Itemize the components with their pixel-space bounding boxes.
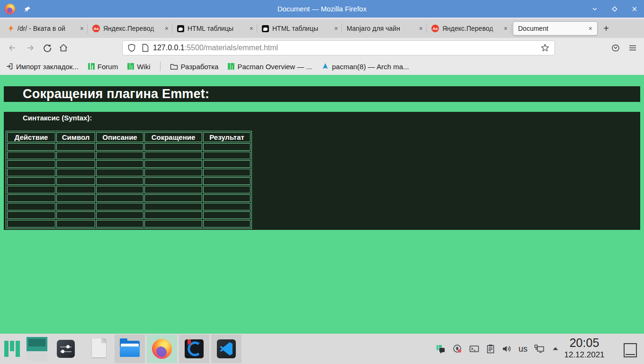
tab-close-icon[interactable]: × bbox=[417, 25, 423, 32]
bookmark-forum[interactable]: Forum bbox=[88, 63, 118, 71]
menu-hamburger-icon[interactable] bbox=[625, 40, 640, 55]
page-info-icon[interactable] bbox=[142, 44, 149, 52]
table-cell bbox=[7, 203, 55, 210]
tab-label: /dr/ - Вката в ой bbox=[18, 25, 78, 32]
table-cell bbox=[96, 203, 143, 210]
bookmark-folder-dev[interactable]: Разработка bbox=[170, 63, 219, 71]
forward-button[interactable] bbox=[23, 40, 38, 55]
tab-label: Document bbox=[518, 25, 587, 32]
tab-manjaro-guide[interactable]: Manjaro для чайн × bbox=[342, 19, 427, 38]
table-cell bbox=[56, 160, 95, 168]
arch-linux-icon bbox=[322, 63, 329, 70]
table-row bbox=[7, 160, 250, 168]
bookmark-label: Импорт закладок... bbox=[16, 63, 79, 71]
tab-close-icon[interactable]: × bbox=[78, 25, 84, 32]
digital-clock[interactable]: 20:05 12.12.2021 bbox=[560, 336, 608, 360]
web-page-content: Сокращения плагина Emmet: Синтаксис (Syn… bbox=[0, 75, 644, 334]
htmlbook-icon bbox=[262, 25, 269, 32]
table-cell bbox=[203, 186, 250, 193]
settings-launcher[interactable] bbox=[57, 340, 75, 358]
bookmark-label: Forum bbox=[98, 63, 118, 71]
table-cell bbox=[56, 152, 95, 159]
task-file-manager[interactable] bbox=[115, 335, 145, 363]
tab-close-icon[interactable]: × bbox=[248, 25, 253, 32]
table-cell bbox=[203, 203, 250, 210]
tab-label: Manjaro для чайн bbox=[347, 25, 417, 32]
table-cell bbox=[144, 211, 202, 219]
tab-close-icon[interactable]: × bbox=[502, 25, 508, 32]
table-cell bbox=[144, 220, 202, 228]
table-row bbox=[7, 186, 250, 193]
url-path: :5500/materials/emmet.html bbox=[185, 44, 278, 52]
table-header-cell: Действие bbox=[7, 132, 55, 142]
terminal-tray-icon[interactable] bbox=[469, 344, 480, 354]
new-tab-button[interactable]: + bbox=[599, 19, 613, 38]
document-launcher[interactable] bbox=[92, 338, 106, 357]
tray-expander-icon[interactable] bbox=[551, 345, 560, 353]
display-tray-icon[interactable] bbox=[534, 344, 545, 354]
bookmark-pacman-man[interactable]: pacman(8) — Arch ma... bbox=[322, 63, 409, 71]
manjaro-icon bbox=[228, 63, 234, 70]
manjaro-icon bbox=[88, 63, 95, 70]
tab-htmlbook-1[interactable]: HTML таблицы × bbox=[172, 19, 257, 38]
home-button[interactable] bbox=[56, 40, 71, 55]
pager-widget[interactable] bbox=[27, 337, 47, 361]
volume-icon[interactable] bbox=[501, 344, 512, 354]
back-button[interactable] bbox=[5, 40, 20, 55]
task-vscode[interactable] bbox=[211, 335, 242, 363]
table-cell bbox=[96, 169, 143, 176]
blank-document-icon bbox=[92, 338, 106, 357]
table-cell bbox=[96, 211, 143, 219]
bookmarks-separator bbox=[160, 62, 161, 71]
tab-dvach[interactable]: /dr/ - Вката в ой × bbox=[3, 19, 88, 38]
table-cell bbox=[7, 160, 55, 168]
close-button[interactable] bbox=[631, 5, 638, 13]
table-cell bbox=[203, 143, 250, 151]
firefox-icon bbox=[152, 339, 172, 359]
app-launcher-button[interactable] bbox=[4, 340, 21, 357]
tab-htmlbook-2[interactable]: HTML таблицы × bbox=[257, 19, 342, 38]
tab-close-icon[interactable]: × bbox=[163, 25, 169, 32]
table-cell bbox=[56, 211, 95, 219]
bookmark-wiki[interactable]: Wiki bbox=[127, 63, 150, 71]
bookmark-star-icon[interactable] bbox=[540, 43, 550, 53]
lightning-bolt-icon bbox=[8, 25, 14, 32]
tab-close-icon[interactable]: × bbox=[332, 25, 338, 32]
yandex-translate-icon: Аа bbox=[92, 25, 100, 32]
keyboard-layout-indicator[interactable]: us bbox=[519, 344, 528, 354]
table-cell bbox=[56, 177, 95, 185]
show-desktop-widget[interactable] bbox=[624, 343, 637, 357]
table-row bbox=[7, 143, 250, 151]
task-ebook-reader[interactable] bbox=[179, 335, 209, 363]
manjaro-notifier-icon[interactable] bbox=[436, 344, 446, 354]
settings-sliders-icon bbox=[57, 340, 75, 358]
emmet-syntax-table: ДействиеСимволОписаниеСокращениеРезульта… bbox=[6, 131, 252, 229]
table-row bbox=[7, 177, 250, 185]
shield-icon[interactable] bbox=[127, 44, 136, 52]
tab-yandex-translate-2[interactable]: Аа Яндекс.Перевод × bbox=[427, 19, 511, 38]
pocket-icon[interactable] bbox=[608, 40, 623, 55]
minimize-button[interactable] bbox=[591, 5, 599, 13]
table-cell bbox=[144, 177, 202, 185]
url-bar[interactable]: 127.0.0.1:5500/materials/emmet.html bbox=[122, 40, 555, 55]
table-row bbox=[7, 203, 250, 210]
clipboard-tray-icon[interactable] bbox=[486, 344, 495, 354]
table-cell bbox=[7, 143, 55, 151]
bookmark-import[interactable]: Импорт закладок... bbox=[6, 63, 79, 71]
clock-date: 12.12.2021 bbox=[560, 350, 608, 360]
update-notifier-icon[interactable] bbox=[452, 344, 463, 354]
tab-label: Яндекс.Перевод bbox=[442, 25, 502, 32]
table-cell bbox=[203, 211, 250, 219]
reload-button[interactable] bbox=[40, 40, 55, 55]
tab-close-icon[interactable]: × bbox=[587, 25, 592, 32]
desktop-screen: Document — Mozilla Firefox /dr/ - Вката … bbox=[0, 0, 644, 364]
table-cell bbox=[7, 152, 55, 159]
task-firefox[interactable] bbox=[147, 335, 177, 363]
table-cell bbox=[144, 186, 202, 193]
maximize-button[interactable] bbox=[611, 5, 618, 13]
tab-yandex-translate-1[interactable]: Аа Яндекс.Перевод × bbox=[88, 19, 172, 38]
tab-document-active[interactable]: Document × bbox=[513, 21, 598, 36]
table-cell bbox=[56, 194, 95, 202]
vscode-icon bbox=[217, 339, 236, 358]
bookmark-pacman-overview[interactable]: Pacman Overview — ... bbox=[228, 63, 312, 71]
